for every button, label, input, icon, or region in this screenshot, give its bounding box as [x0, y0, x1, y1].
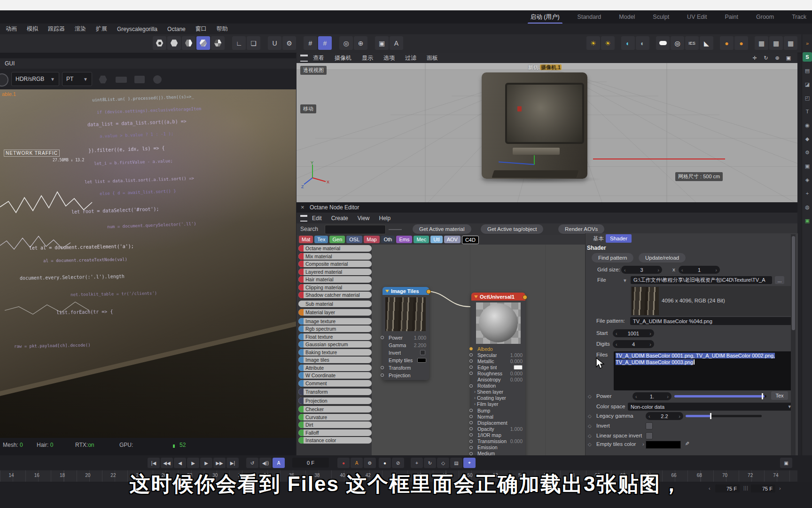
node-row-1-ior-map[interactable]: 1/IOR map	[471, 432, 525, 438]
node-list-item[interactable]: Curvature	[298, 414, 372, 421]
start-stepper[interactable]: ‹1001›	[613, 329, 654, 337]
grid-lock-icon[interactable]: #	[318, 36, 332, 50]
node-row-edge-tint[interactable]: Edge tint	[471, 364, 525, 370]
anim-dot-icon[interactable]: ◇	[588, 394, 592, 399]
rendered-image[interactable]: uint8List.un( ).processed(|).then((s)=>_…	[0, 89, 296, 438]
viewport-menu-item[interactable]: 选项	[378, 54, 400, 62]
snap-settings-icon[interactable]: ⚙	[282, 36, 296, 50]
category-tab-oth[interactable]: Oth	[381, 236, 395, 243]
ies-light-icon[interactable]: IES	[685, 36, 699, 50]
category-tab-c4d[interactable]: C4D	[462, 236, 479, 244]
node-editor-menu-item[interactable]: Create	[331, 215, 348, 222]
key-position-button[interactable]: +	[411, 458, 423, 468]
output-port[interactable]	[523, 295, 527, 300]
node-list-item[interactable]: Composite material	[298, 261, 372, 267]
node-list-item[interactable]: Attribute	[298, 365, 372, 371]
node-row-invert[interactable]: Invert	[383, 349, 429, 356]
spot-light-icon[interactable]: ◣	[700, 36, 713, 50]
expand-arrow-icon[interactable]: ›	[474, 396, 476, 400]
anim-dot-icon[interactable]: ◇	[588, 423, 592, 429]
input-port[interactable]	[469, 365, 473, 369]
viewport-menu-item[interactable]: 面板	[422, 54, 443, 62]
key-scale-button[interactable]: ◇	[437, 458, 449, 468]
panel-scrollbar[interactable]	[791, 234, 796, 455]
input-port[interactable]	[469, 372, 473, 375]
anim-dot-icon[interactable]: ◇	[588, 433, 592, 438]
node-list-item[interactable]: Layered material	[298, 269, 372, 275]
input-port-connected[interactable]	[469, 347, 473, 350]
hamburger-icon[interactable]	[300, 55, 308, 62]
hexagon-ghost-icon[interactable]	[99, 75, 107, 84]
get-active-tag-button[interactable]: Get Active tag/object	[481, 224, 543, 234]
digits-stepper[interactable]: ‹4›	[613, 340, 654, 348]
material-ball2-icon[interactable]: ●	[734, 36, 748, 50]
category-tab-mec[interactable]: Mec	[414, 236, 429, 243]
gamma-slider[interactable]	[686, 415, 762, 417]
node-list-item[interactable]: Shadow catcher material	[298, 292, 372, 298]
viewport-canvas[interactable]: 透视视图 移动 新仿.摄像机.1 网格尺寸 : 500 cm Y X Z	[297, 63, 797, 202]
node-row-transform[interactable]: Transform	[383, 365, 429, 371]
menu-item[interactable]: 模拟	[27, 25, 38, 33]
keying-settings-button[interactable]: ⚙	[364, 458, 376, 468]
menu-item[interactable]: 动画	[6, 25, 17, 33]
node-row-film-layer[interactable]: ›Film layer	[471, 401, 525, 407]
goto-start-button[interactable]: |◀	[148, 458, 160, 468]
kernel-select[interactable]: PT▼	[62, 72, 92, 86]
node-row-emission[interactable]: Emission	[471, 444, 525, 451]
sun-target-icon[interactable]: ☀	[601, 36, 615, 50]
clapper2-icon[interactable]: ▦	[769, 36, 783, 50]
node-list-item[interactable]: Baking texture	[298, 349, 372, 356]
node-list-item[interactable]: Comment	[298, 380, 372, 387]
get-active-material-button[interactable]: Get Active material	[413, 224, 471, 234]
node-list-item[interactable]: Image texture	[298, 318, 372, 325]
file-pattern-field[interactable]: TV_A_UDIM BaseColor %04d.png	[630, 317, 795, 325]
previous-key-button[interactable]: ◀◀	[161, 458, 173, 468]
node-row-transmission[interactable]: Transmission0.000	[471, 438, 525, 444]
axis-icon[interactable]: ∟	[232, 36, 246, 50]
green-slot-icon[interactable]: ▣	[803, 216, 812, 225]
node-list-item[interactable]: Material layer	[298, 309, 372, 316]
node-row-bump[interactable]: Bump	[471, 407, 525, 413]
power-slider[interactable]	[674, 395, 766, 397]
input-port[interactable]	[469, 421, 473, 424]
material-ball-icon[interactable]: ●	[720, 36, 734, 50]
node-checkbox[interactable]	[420, 350, 425, 355]
viewport-menu-item[interactable]: 查看	[308, 54, 329, 62]
input-port[interactable]	[469, 452, 473, 455]
node-editor-menu-item[interactable]: View	[358, 215, 370, 222]
area-light-icon[interactable]	[656, 36, 670, 50]
node-list-item[interactable]: Gaussian spectrum	[298, 341, 372, 348]
menu-item[interactable]: 窗口	[195, 25, 207, 33]
node-list-item[interactable]: Clipping material	[298, 284, 372, 291]
node-color-swatch[interactable]	[417, 358, 426, 363]
expand-arrow-icon[interactable]: ›	[474, 402, 476, 406]
panel-icon[interactable]: ▣	[803, 161, 812, 171]
node-list-item[interactable]: Float texture	[298, 333, 372, 340]
grid-x-stepper[interactable]: ‹3›	[621, 266, 662, 274]
eyedropper-icon[interactable]: ✎	[684, 441, 690, 446]
autokey-button[interactable]: A	[273, 458, 285, 468]
hexagon-edge-icon[interactable]	[167, 36, 181, 50]
node-editor-menu-item[interactable]: Help	[379, 215, 391, 222]
node-row-albedo[interactable]: Albedo	[471, 346, 525, 352]
expand-arrow-icon[interactable]: ›	[642, 441, 644, 447]
node-row-empty-tiles[interactable]: Empty tiles	[383, 357, 429, 363]
image-tiles-node[interactable]: Image Tiles Power1.000Gamma2.200InvertEm…	[383, 287, 429, 380]
substance-icon[interactable]: S	[803, 52, 812, 62]
category-tab-gen[interactable]: Gen	[329, 236, 345, 243]
viewport-menu-item[interactable]: 显示	[357, 54, 378, 62]
node-row-roughness[interactable]: Roughness0.000	[471, 370, 525, 376]
universal-node-header[interactable]: OctUniversal1	[471, 293, 525, 301]
node-row-metallic[interactable]: Metallic0.000	[471, 358, 525, 364]
autokey-ring-button[interactable]: A	[351, 458, 363, 468]
goto-end-button[interactable]: ▶|	[226, 458, 239, 468]
invert-checkbox[interactable]	[646, 422, 653, 429]
node-list-item[interactable]: Mix material	[298, 253, 372, 260]
collapse-arrows-icon[interactable]: »	[803, 39, 812, 48]
input-port[interactable]	[469, 427, 473, 430]
input-port[interactable]	[469, 353, 473, 357]
hexagon-polygon-icon[interactable]	[182, 36, 195, 50]
ornament-icon[interactable]: ◈	[803, 175, 812, 184]
asset-browser-icon[interactable]: ▤	[803, 66, 812, 75]
node-row-power[interactable]: Power1.000	[383, 334, 429, 341]
